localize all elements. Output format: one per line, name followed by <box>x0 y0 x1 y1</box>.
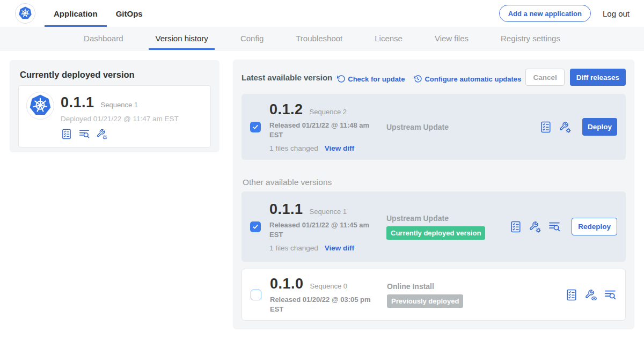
version-sequence: Sequence 2 <box>310 108 347 116</box>
add-application-button[interactable]: Add a new application <box>499 5 591 22</box>
currently-deployed-panel: Currently deployed version 0.1.1 Sequenc… <box>10 60 219 152</box>
deploy-logs-icon[interactable] <box>548 220 561 233</box>
check-icon <box>252 123 259 131</box>
files-changed-label: 1 files changed <box>269 244 318 252</box>
top-right-actions: Add a new application Log out <box>499 5 644 22</box>
tab-gitops-label: GitOps <box>116 9 143 18</box>
version-source: Upstream Update Currently deployed versi… <box>386 214 509 240</box>
logout-button[interactable]: Log out <box>603 9 630 18</box>
config-icon[interactable] <box>96 128 108 140</box>
view-diff-link[interactable]: View diff <box>325 144 354 152</box>
view-diff-link[interactable]: View diff <box>325 244 354 252</box>
version-source: Online Install Previously deployed <box>387 282 565 308</box>
current-version-sequence: Sequence 1 <box>101 101 138 109</box>
tab-application-label: Application <box>54 9 98 18</box>
version-source-label: Upstream Update <box>386 214 449 223</box>
config-icon[interactable] <box>529 220 541 233</box>
subnav-license[interactable]: License <box>358 27 419 50</box>
version-info: 0.1.2 Sequence 2 Released 01/21/22 @ 11:… <box>269 101 386 152</box>
version-released-timestamp: Released 01/21/22 @ 11:48 am EST <box>269 121 386 139</box>
version-info: 0.1.1 Sequence 1 Released 01/21/22 @ 11:… <box>269 201 386 252</box>
version-number: 0.1.2 <box>269 101 303 118</box>
version-sequence: Sequence 1 <box>310 208 347 216</box>
top-nav: Application GitOps Add a new application… <box>0 0 644 27</box>
current-version-number: 0.1.1 <box>61 94 94 111</box>
deploy-button[interactable]: Deploy <box>582 118 617 136</box>
kubernetes-logo <box>15 3 35 24</box>
app-icon <box>26 92 54 120</box>
current-version-info: 0.1.1 Sequence 1 Deployed 01/21/22 @ 11:… <box>61 92 179 140</box>
top-tabs: Application GitOps <box>45 0 152 27</box>
version-released-timestamp: Released 01/21/22 @ 11:45 am EST <box>269 220 386 239</box>
check-for-update-link[interactable]: Check for update <box>336 75 405 83</box>
version-info: 0.1.0 Sequence 0 Released 01/20/22 @ 03:… <box>270 276 387 314</box>
previously-deployed-badge: Previously deployed <box>387 294 463 308</box>
version-source-label: Upstream Update <box>386 123 449 131</box>
refresh-icon <box>336 75 345 83</box>
preflight-checks-icon[interactable] <box>565 289 578 301</box>
version-checkbox[interactable] <box>250 122 261 132</box>
kubernetes-helm-icon <box>18 6 33 21</box>
version-history-panel: Latest available version Check for updat… <box>233 60 634 329</box>
subnav-view-files[interactable]: View files <box>419 27 485 50</box>
currently-deployed-card: 0.1.1 Sequence 1 Deployed 01/21/22 @ 11:… <box>18 85 211 147</box>
version-released-timestamp: Released 01/20/22 @ 03:05 pm EST <box>270 295 387 314</box>
view-config-icon[interactable] <box>584 289 597 301</box>
subnav-troubleshoot[interactable]: Troubleshoot <box>280 27 358 50</box>
subnav-registry-settings[interactable]: Registry settings <box>485 27 576 50</box>
configure-automatic-updates-link[interactable]: Configure automatic updates <box>413 75 521 83</box>
files-changed-label: 1 files changed <box>269 144 318 152</box>
deploy-logs-icon[interactable] <box>604 289 617 301</box>
version-number: 0.1.0 <box>270 276 304 292</box>
current-version-actions <box>61 128 179 140</box>
auto-update-clock-icon <box>413 75 422 83</box>
latest-version-title: Latest available version <box>241 73 332 82</box>
tab-gitops[interactable]: GitOps <box>107 0 152 27</box>
cancel-button[interactable]: Cancel <box>525 69 564 86</box>
check-icon <box>252 223 259 231</box>
preflight-checks-icon[interactable] <box>509 220 522 233</box>
version-actions <box>565 289 617 301</box>
preflight-checks-icon[interactable] <box>539 121 552 134</box>
config-icon[interactable] <box>559 121 572 134</box>
version-sequence: Sequence 0 <box>310 282 347 290</box>
version-row-0-1-1: 0.1.1 Sequence 1 Released 01/21/22 @ 11:… <box>241 191 626 262</box>
version-number: 0.1.1 <box>269 201 303 218</box>
diff-releases-button[interactable]: Diff releases <box>570 69 626 86</box>
version-source: Upstream Update <box>386 123 539 131</box>
current-deployed-timestamp: Deployed 01/21/22 @ 11:47 am EST <box>61 115 179 123</box>
version-checkbox[interactable] <box>250 221 261 232</box>
deploy-logs-icon[interactable] <box>78 128 90 140</box>
version-row-0-1-2: 0.1.2 Sequence 2 Released 01/21/22 @ 11:… <box>241 94 626 160</box>
preflight-checks-icon[interactable] <box>61 128 72 140</box>
version-source-label: Online Install <box>387 282 434 291</box>
currently-deployed-title: Currently deployed version <box>20 70 211 80</box>
app-subnav: Dashboard Version history Config Trouble… <box>0 27 644 50</box>
tab-application[interactable]: Application <box>45 0 107 27</box>
version-actions: Redeploy <box>509 218 617 235</box>
redeploy-button[interactable]: Redeploy <box>572 218 617 235</box>
currently-deployed-badge: Currently deployed version <box>386 226 485 240</box>
subnav-version-history[interactable]: Version history <box>139 27 224 50</box>
kubernetes-helm-icon <box>28 93 53 118</box>
latest-version-header: Latest available version Check for updat… <box>241 69 626 86</box>
check-for-update-label: Check for update <box>348 75 405 83</box>
version-checkbox[interactable] <box>251 290 261 300</box>
version-row-0-1-0: 0.1.0 Sequence 0 Released 01/20/22 @ 03:… <box>241 269 626 321</box>
configure-automatic-updates-label: Configure automatic updates <box>425 75 521 83</box>
other-versions-heading: Other available versions <box>243 178 626 187</box>
subnav-dashboard[interactable]: Dashboard <box>68 27 139 50</box>
version-actions: Deploy <box>539 118 617 136</box>
subnav-config[interactable]: Config <box>224 27 280 50</box>
